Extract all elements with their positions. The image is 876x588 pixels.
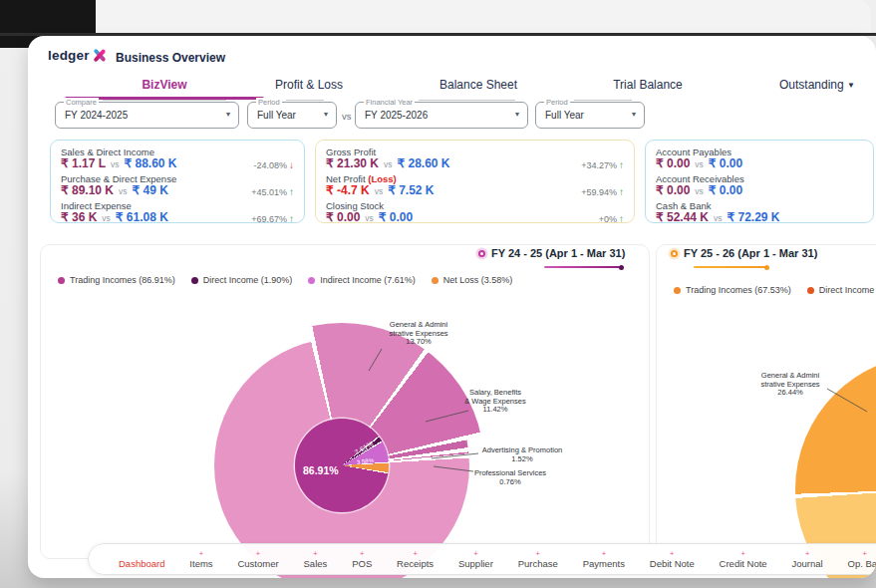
stat-row: Closing Stock₹ 0.00vs₹ 0.00+0%↑ — [326, 200, 624, 225]
plus-icon[interactable]: + — [199, 550, 203, 558]
nav-item-label: Purchase — [518, 558, 558, 569]
legend-item[interactable]: Direct Income (1.90%) — [191, 275, 293, 285]
trend-percentage: +0%↑ — [599, 213, 624, 224]
nav-item-sales[interactable]: +Sales — [304, 550, 328, 569]
vs-label: vs — [375, 186, 384, 196]
arrow-up-icon: ↑ — [289, 213, 294, 224]
trend-percentage: +59.94%↑ — [581, 186, 624, 197]
frame-top-band — [96, 0, 871, 33]
legend-item[interactable]: Trading Incomes (86.91%) — [58, 275, 175, 285]
plus-icon[interactable]: + — [670, 550, 674, 558]
stat-row: Sales & Direct Income₹ 1.17 Lvs₹ 88.60 K… — [61, 147, 294, 171]
plus-icon[interactable]: + — [536, 550, 540, 558]
plus-icon[interactable]: + — [360, 550, 364, 558]
stat-values: ₹ 0.00vs₹ 0.00 — [326, 211, 624, 225]
compare-label: Compare — [64, 98, 99, 107]
legend-item[interactable]: Direct Income (3.61%) — [807, 285, 876, 295]
value-current: ₹ 0.00 — [656, 156, 690, 170]
nav-item-items[interactable]: +Items — [189, 550, 212, 569]
pct-text: +59.94% — [581, 187, 617, 197]
value-comparison: ₹ 0.00 — [709, 183, 742, 197]
pct-text: -24.08% — [253, 160, 287, 170]
nav-item-journal[interactable]: +Journal — [792, 550, 823, 569]
chart-title-fy25-26: FY 25 - 26 (Apr 1 - Mar 31) — [684, 247, 817, 259]
tab-outstanding[interactable]: Outstanding ▼ — [779, 78, 855, 92]
nav-item-customer[interactable]: +Customer — [237, 550, 278, 569]
stat-row: Account Receivables₹ 0.00vs₹ 0.00 — [656, 173, 863, 198]
stat-card: Sales & Direct Income₹ 1.17 Lvs₹ 88.60 K… — [50, 140, 305, 223]
stat-card: Gross Profit₹ 21.30 Kvs₹ 28.60 K+34.27%↑… — [315, 140, 635, 223]
tab-profit-loss[interactable]: Profit & Loss — [275, 78, 343, 92]
legend-item[interactable]: Indirect Income (7.61%) — [308, 275, 416, 285]
financial-year-select[interactable]: Financial Year FY 2025-2026 ▾ — [355, 102, 528, 129]
legend-fy24-25: Trading Incomes (86.91%)Direct Income (1… — [58, 275, 512, 285]
tab-balance-sheet[interactable]: Balance Sheet — [439, 78, 517, 92]
plus-icon[interactable]: + — [473, 550, 477, 558]
plus-icon[interactable]: + — [413, 550, 417, 558]
legend-label: Trading Incomes (67.53%) — [686, 285, 791, 295]
tab-trial-balance[interactable]: Trial Balance — [613, 78, 683, 92]
stat-row: Account Payables₹ 0.00vs₹ 0.00 — [656, 147, 863, 171]
nav-item-debit-note[interactable]: +Debit Note — [650, 550, 695, 569]
bottom-nav: Dashboard+Items+Customer+Sales+POS+Recei… — [88, 543, 876, 575]
compare-select[interactable]: Compare FY 2024-2025 ▾ — [55, 102, 239, 129]
stat-values: ₹ 0.00vs₹ 0.00 — [656, 184, 863, 198]
nav-item-credit-note[interactable]: +Credit Note — [720, 550, 767, 569]
pct-text: +34.27% — [581, 160, 617, 170]
nav-item-label: Customer — [237, 558, 278, 569]
legend-label: Indirect Income (7.61%) — [320, 275, 416, 285]
tab-bizview[interactable]: BizView — [65, 78, 264, 92]
nav-item-supplier[interactable]: +Supplier — [458, 550, 493, 569]
stat-row: Purchase & Direct Expense₹ 89.10 Kvs₹ 49… — [61, 173, 294, 198]
nav-item-label: Op. Bal. — [848, 558, 876, 569]
plus-icon[interactable]: + — [313, 550, 317, 558]
period-select-1[interactable]: Period Full Year ▾ — [247, 102, 337, 129]
legend-dot-icon — [308, 277, 315, 284]
legend-item[interactable]: Trading Incomes (67.53%) — [674, 285, 791, 295]
value-comparison: ₹ 0.00 — [379, 210, 413, 224]
nav-item-label: Debit Note — [650, 558, 695, 569]
plus-icon[interactable]: + — [805, 550, 809, 558]
compare-value: FY 2024-2025 — [65, 110, 128, 121]
nav-item-receipts[interactable]: +Receipts — [397, 550, 434, 569]
period2-value: Full Year — [545, 110, 584, 121]
underline-dot — [619, 265, 624, 270]
legend-dot-icon — [674, 287, 681, 294]
dropdown-caret-icon: ▾ — [226, 110, 230, 119]
legend-label: Net Loss (3.58%) — [443, 275, 513, 285]
nav-item-label: POS — [352, 558, 372, 569]
value-current: ₹ -4.7 K — [326, 183, 370, 197]
plus-icon[interactable]: + — [602, 550, 606, 558]
plus-icon[interactable]: + — [740, 550, 744, 558]
vs-label: vs — [111, 159, 120, 169]
nav-item-op-bal-[interactable]: +Op. Bal. — [848, 550, 876, 569]
stat-row: Net Profit (Loss)₹ -4.7 Kvs₹ 7.52 K+59.9… — [326, 173, 624, 198]
value-comparison: ₹ 88.60 K — [125, 156, 177, 170]
annotation-advertising-fy24: Advertising & Promotion 1.52% — [463, 446, 581, 463]
chart-header-underline-orange — [694, 266, 767, 268]
nav-item-pos[interactable]: +POS — [352, 550, 372, 569]
stat-values: ₹ 0.00vs₹ 0.00 — [656, 157, 863, 171]
screen: ledger Business Overview BizView Profit … — [0, 0, 876, 588]
annotation-salary-wage-fy24: Salary, Benefits & Wage Expenses 11.42% — [453, 389, 537, 415]
plus-icon[interactable]: + — [863, 550, 867, 558]
nav-item-dashboard[interactable]: Dashboard — [119, 550, 164, 569]
nav-item-purchase[interactable]: +Purchase — [518, 550, 558, 569]
period1-value: Full Year — [257, 110, 296, 121]
financial-year-value: FY 2025-2026 — [365, 110, 428, 121]
nav-item-payments[interactable]: +Payments — [583, 550, 625, 569]
legend-label: Trading Incomes (86.91%) — [70, 275, 175, 285]
trend-percentage: +69.67%↑ — [251, 213, 294, 224]
value-comparison: ₹ 0.00 — [709, 156, 742, 170]
period1-label: Period — [256, 98, 282, 107]
legend-item[interactable]: Net Loss (3.58%) — [432, 275, 513, 285]
nav-item-label: Credit Note — [720, 558, 767, 569]
annotation-general-admin-fy24: General & Admini strative Expenses 13.70… — [377, 321, 460, 347]
ledgerx-logo[interactable]: ledger — [48, 48, 108, 63]
period-select-2[interactable]: Period Full Year ▾ — [535, 102, 645, 129]
arrow-down-icon: ↓ — [289, 159, 294, 170]
plus-icon[interactable]: + — [256, 550, 260, 558]
pct-text: +69.67% — [251, 214, 287, 224]
vs-label: vs — [695, 186, 704, 196]
stat-values: ₹ -4.7 Kvs₹ 7.52 K — [326, 184, 624, 198]
